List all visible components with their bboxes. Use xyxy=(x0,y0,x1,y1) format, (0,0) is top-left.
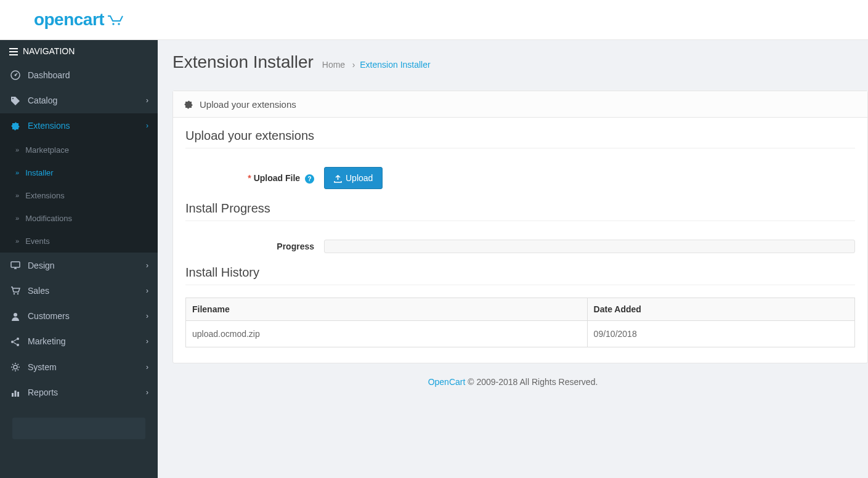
progress-row: Progress xyxy=(185,233,855,253)
svg-point-3 xyxy=(15,75,17,76)
footer: OpenCart © 2009-2018 All Rights Reserved… xyxy=(158,363,868,400)
col-date: Date Added xyxy=(587,298,854,321)
chevron-right-icon: › xyxy=(146,121,148,130)
svg-point-10 xyxy=(17,338,19,340)
sidebar-item-marketing[interactable]: Marketing › xyxy=(0,329,158,354)
svg-point-0 xyxy=(112,23,114,25)
col-filename: Filename xyxy=(186,298,588,321)
sidebar-subitem-label: Marketplace xyxy=(25,145,69,155)
breadcrumb-current[interactable]: Extension Installer xyxy=(360,60,430,70)
breadcrumb-home[interactable]: Home xyxy=(322,60,345,70)
sidebar-subitem-label: Extensions xyxy=(25,191,65,200)
sidebar-item-design[interactable]: Design › xyxy=(0,253,158,278)
dashboard-icon xyxy=(9,70,22,80)
sidebar-subitem-events[interactable]: » Events xyxy=(0,230,158,253)
puzzle-icon xyxy=(9,121,22,131)
app-header: opencart xyxy=(0,0,868,40)
svg-point-1 xyxy=(118,23,120,25)
content-area: Extension Installer Home › Extension Ins… xyxy=(158,40,868,478)
upload-file-label: * Upload File ? xyxy=(185,173,324,184)
sidebar-item-label: Customers xyxy=(28,311,146,321)
chevron-right-icon: › xyxy=(146,96,148,105)
sidebar-item-dashboard[interactable]: Dashboard xyxy=(0,62,158,87)
chevron-right-icon: › xyxy=(146,337,148,346)
sidebar-item-reports[interactable]: Reports › xyxy=(0,379,158,405)
bar-chart-icon xyxy=(9,387,22,397)
required-star-icon: * xyxy=(248,173,251,183)
progress-bar xyxy=(324,240,855,253)
upload-button-label: Upload xyxy=(346,173,373,183)
orders-widget[interactable] xyxy=(12,418,145,439)
section-upload-title: Upload your extensions xyxy=(185,129,855,148)
table-header-row: Filename Date Added xyxy=(186,298,855,321)
sidebar-subitem-label: Events xyxy=(25,237,50,246)
chevron-right-icon: › xyxy=(146,312,148,320)
sidebar-item-label: Marketing xyxy=(28,336,146,346)
sidebar-item-label: Catalog xyxy=(28,95,146,105)
sidebar-item-extensions[interactable]: Extensions › xyxy=(0,113,158,139)
arrow-icon: » xyxy=(15,146,19,153)
sidebar-item-label: Dashboard xyxy=(28,70,148,80)
sidebar-subitem-label: Installer xyxy=(25,168,54,177)
table-row: upload.ocmod.zip 09/10/2018 xyxy=(186,321,855,347)
progress-label: Progress xyxy=(185,241,324,251)
menu-icon xyxy=(9,46,18,56)
upload-row: * Upload File ? Upload xyxy=(185,161,855,189)
chevron-right-icon: › xyxy=(146,363,148,371)
progress-wrap xyxy=(324,240,855,253)
upload-control: Upload xyxy=(324,167,383,189)
breadcrumb-separator: › xyxy=(352,60,355,70)
panel-heading-text: Upload your extensions xyxy=(200,99,296,110)
sidebar-item-system[interactable]: System › xyxy=(0,354,158,379)
gear-icon xyxy=(9,362,22,372)
history-table: Filename Date Added upload.ocmod.zip 09/… xyxy=(185,298,855,347)
sidebar-item-customers[interactable]: Customers › xyxy=(0,303,158,328)
svg-point-4 xyxy=(12,98,14,99)
sidebar-item-label: System xyxy=(28,362,146,372)
sidebar-subitem-label: Modifications xyxy=(25,214,72,223)
svg-point-7 xyxy=(17,293,18,294)
arrow-icon: » xyxy=(15,214,19,222)
chevron-right-icon: › xyxy=(146,388,148,397)
logo-text: opencart xyxy=(34,10,104,30)
sidebar-item-catalog[interactable]: Catalog › xyxy=(0,87,158,113)
share-icon xyxy=(9,336,22,347)
svg-rect-15 xyxy=(17,392,19,397)
main-panel: Upload your extensions Upload your exten… xyxy=(172,91,868,363)
shopping-cart-icon xyxy=(9,285,22,296)
upload-file-label-text: Upload File xyxy=(254,173,300,183)
puzzle-icon xyxy=(184,99,193,110)
footer-text: © 2009-2018 All Rights Reserved. xyxy=(465,377,598,387)
svg-rect-14 xyxy=(15,391,17,397)
sidebar-subitem-installer[interactable]: » Installer xyxy=(0,161,158,184)
svg-point-8 xyxy=(14,313,17,317)
sidebar-item-label: Design xyxy=(28,261,146,270)
svg-point-9 xyxy=(11,341,14,343)
sidebar: NAVIGATION Dashboard Catalog › Extension… xyxy=(0,40,158,478)
sidebar-item-sales[interactable]: Sales › xyxy=(0,278,158,303)
logo[interactable]: opencart xyxy=(0,0,158,40)
arrow-icon: » xyxy=(15,169,19,176)
help-icon[interactable]: ? xyxy=(305,174,314,184)
desktop-icon xyxy=(9,260,22,270)
sidebar-subitem-marketplace[interactable]: » Marketplace xyxy=(0,139,158,161)
sidebar-subitem-extensions[interactable]: » Extensions xyxy=(0,184,158,207)
svg-point-11 xyxy=(17,344,19,346)
sidebar-subitem-modifications[interactable]: » Modifications xyxy=(0,207,158,230)
sidebar-item-label: Sales xyxy=(28,286,146,296)
arrow-icon: » xyxy=(15,192,19,199)
panel-body: Upload your extensions * Upload File ? U… xyxy=(173,118,867,363)
upload-icon xyxy=(334,173,342,183)
chevron-right-icon: › xyxy=(146,261,148,270)
tag-icon xyxy=(9,95,22,105)
panel-heading: Upload your extensions xyxy=(173,91,867,118)
page-header: Extension Installer Home › Extension Ins… xyxy=(158,40,868,81)
cell-date: 09/10/2018 xyxy=(587,321,854,347)
sidebar-item-label: Reports xyxy=(28,387,146,397)
chevron-right-icon: › xyxy=(146,286,148,295)
nav-header-label: NAVIGATION xyxy=(23,46,75,56)
nav-header: NAVIGATION xyxy=(0,40,158,62)
footer-link[interactable]: OpenCart xyxy=(428,377,466,387)
cart-icon xyxy=(107,13,124,27)
upload-button[interactable]: Upload xyxy=(324,167,383,189)
